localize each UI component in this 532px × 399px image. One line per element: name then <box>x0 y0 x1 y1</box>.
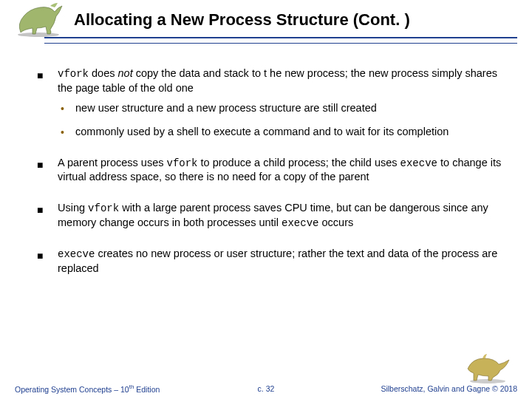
bullet-1: ■ vfork does not copy the data and stack… <box>58 66 510 140</box>
dot-bullet-icon: • <box>61 102 64 116</box>
code: execve <box>282 217 318 229</box>
body-text: commonly used by a shell to execute a co… <box>75 126 449 137</box>
square-bullet-icon: ■ <box>37 249 43 263</box>
bullet-2: ■ A parent process uses vfork to produce… <box>58 156 510 185</box>
dot-bullet-icon: • <box>61 126 64 140</box>
content: ■ vfork does not copy the data and stack… <box>58 66 510 292</box>
header: Allocating a New Process Structure (Cont… <box>0 0 532 44</box>
title-rule <box>44 37 517 44</box>
body-text: Using vfork with a large parent process … <box>58 202 488 228</box>
code: execve <box>400 157 437 169</box>
body-text: execve creates no new process or user st… <box>58 248 497 274</box>
body-text: new user structure and a new process str… <box>75 102 377 114</box>
code: vfork <box>58 68 89 80</box>
slide: Allocating a New Process Structure (Cont… <box>0 0 532 399</box>
body-text: A parent process uses vfork to produce a… <box>58 157 501 183</box>
body-text: vfork does not copy the data and stack t… <box>58 67 497 94</box>
sub-bullet: • new user structure and a new process s… <box>75 101 510 116</box>
sub-bullet: • commonly used by a shell to execute a … <box>75 125 510 140</box>
page-title: Allocating a New Process Structure (Cont… <box>74 10 532 30</box>
code: execve <box>58 248 95 260</box>
dinosaur-icon <box>13 1 71 38</box>
footer-right: Silberschatz, Galvin and Gagne © 2018 <box>381 384 517 393</box>
dinosaur-icon <box>462 351 514 384</box>
square-bullet-icon: ■ <box>37 203 43 217</box>
bullet-3: ■ Using vfork with a large parent proces… <box>58 201 510 231</box>
square-bullet-icon: ■ <box>37 69 43 83</box>
code: vfork <box>88 202 119 214</box>
square-bullet-icon: ■ <box>37 158 43 172</box>
code: vfork <box>167 157 198 169</box>
bullet-4: ■ execve creates no new process or user … <box>58 247 510 276</box>
